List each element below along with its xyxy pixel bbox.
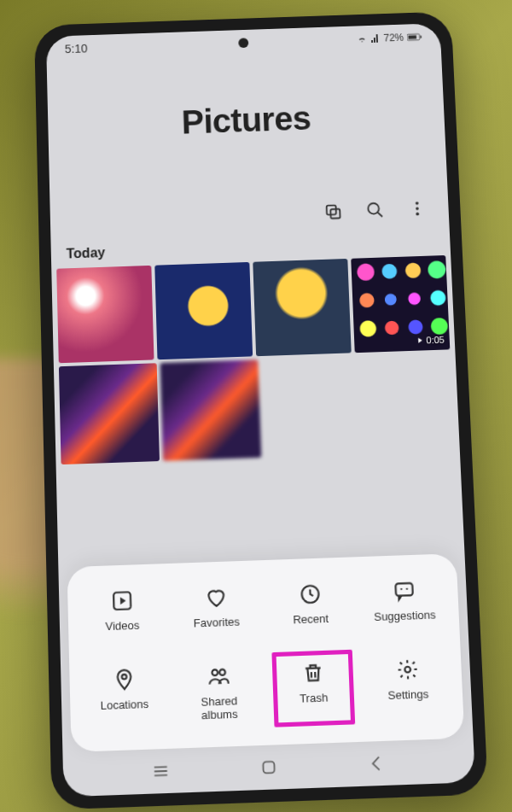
svg-point-14: [405, 588, 407, 590]
thumbnail[interactable]: [59, 363, 160, 464]
svg-rect-22: [263, 762, 275, 774]
battery-percent: 72%: [383, 32, 404, 44]
status-right: 72%: [357, 31, 422, 44]
page-title: Pictures: [48, 95, 445, 145]
menu-item-label: Videos: [105, 619, 139, 634]
menu-sheet: Videos Favorites Recent Suggestions: [67, 553, 464, 752]
svg-line-6: [377, 212, 382, 217]
more-icon[interactable]: [408, 199, 428, 218]
nav-back-button[interactable]: [367, 753, 387, 774]
menu-item-shared-albums[interactable]: Shared albums: [172, 657, 265, 728]
signal-icon: [370, 33, 381, 44]
thumbnail-row: 0:05: [51, 255, 455, 364]
menu-item-label: Recent: [293, 612, 329, 627]
nav-home-button[interactable]: [259, 757, 278, 778]
navigation-bar: [63, 745, 475, 790]
phone-screen: 5:10 72% Pictures Today: [46, 23, 475, 797]
menu-item-label: Suggestions: [374, 608, 436, 623]
menu-item-locations[interactable]: Locations: [78, 661, 171, 732]
menu-item-label: Trash: [300, 691, 329, 705]
thumbnail[interactable]: [160, 359, 262, 461]
sync-icon[interactable]: [323, 202, 343, 221]
svg-rect-1: [408, 35, 416, 39]
svg-point-15: [121, 675, 126, 680]
svg-rect-12: [395, 583, 412, 596]
svg-point-8: [416, 207, 419, 210]
svg-point-18: [404, 667, 410, 673]
search-icon[interactable]: [365, 201, 385, 219]
svg-point-13: [400, 588, 402, 590]
thumbnail-video[interactable]: 0:05: [351, 255, 450, 353]
menu-item-suggestions[interactable]: Suggestions: [358, 573, 451, 630]
play-square-icon: [110, 589, 133, 612]
svg-point-16: [212, 669, 218, 675]
menu-item-videos[interactable]: Videos: [76, 583, 168, 640]
svg-point-7: [416, 202, 419, 205]
menu-item-favorites[interactable]: Favorites: [170, 580, 262, 637]
heart-icon: [204, 586, 227, 609]
thumbnail[interactable]: [253, 259, 351, 356]
status-time: 5:10: [65, 42, 88, 55]
menu-item-recent[interactable]: Recent: [264, 576, 357, 634]
people-icon: [207, 664, 230, 688]
svg-line-19: [154, 767, 167, 768]
menu-item-label: Locations: [100, 697, 148, 712]
phone-frame: 5:10 72% Pictures Today: [34, 11, 488, 809]
svg-line-20: [154, 771, 167, 772]
svg-rect-2: [420, 36, 422, 38]
pin-icon: [113, 668, 136, 692]
video-duration-badge: 0:05: [415, 335, 445, 346]
wifi-icon: [357, 34, 367, 44]
thumbnail-row: [54, 349, 460, 464]
menu-item-label: Favorites: [194, 616, 241, 631]
svg-line-21: [154, 775, 167, 776]
trash-icon: [301, 661, 324, 685]
nav-recents-button[interactable]: [151, 761, 171, 781]
svg-point-9: [416, 213, 419, 216]
menu-item-label: Shared albums: [201, 694, 238, 723]
clock-icon: [298, 582, 321, 605]
gear-icon: [395, 657, 419, 681]
menu-item-label: Settings: [387, 687, 428, 703]
thumbnail[interactable]: [154, 262, 253, 359]
menu-item-trash[interactable]: Trash: [267, 655, 361, 726]
battery-icon: [407, 32, 422, 41]
thumbnail[interactable]: [56, 266, 154, 363]
menu-item-settings[interactable]: Settings: [361, 651, 455, 722]
svg-point-17: [219, 669, 225, 675]
message-icon: [393, 580, 416, 603]
